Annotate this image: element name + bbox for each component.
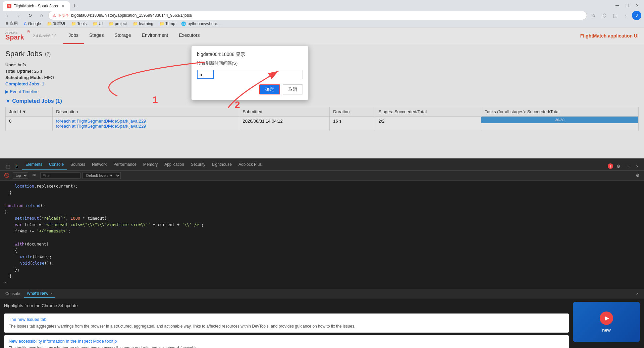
bottom-tab-console[interactable]: Console: [3, 289, 23, 298]
google-icon: G: [24, 22, 27, 26]
devtools-tab-memory[interactable]: Memory: [140, 159, 161, 170]
console-clear-icon[interactable]: 🚫: [3, 171, 11, 180]
devtools-settings-icon[interactable]: ⚙: [614, 162, 623, 170]
bottom-close-panel: ×: [633, 290, 641, 298]
youtube-card-container: new: [573, 302, 640, 348]
card-2-title[interactable]: New accessibility information in the Ins…: [9, 339, 564, 344]
bookmark-apps-label: 应用: [10, 21, 18, 26]
devtools-bottom-panel: Console What's New × × Highlights from t…: [0, 289, 644, 348]
whatsnew-close-icon[interactable]: ×: [50, 291, 52, 295]
bookmark-pythonanywhere[interactable]: 🌐 pythonanywhere...: [178, 21, 223, 27]
folder-icon-temp: 📁: [159, 21, 164, 26]
more-options-icon[interactable]: ⋮: [621, 11, 631, 20]
back-button[interactable]: ‹: [3, 11, 12, 20]
dialog-input-extra: [215, 70, 303, 79]
devtools-tab-performance[interactable]: Performance: [110, 159, 140, 170]
code-line-16: ›: [4, 280, 640, 286]
folder-icon-project: 📁: [109, 21, 114, 26]
url-bar[interactable]: ⚠ 不安全 bigdata004:18088/history/applicati…: [48, 11, 587, 20]
extensions-icon[interactable]: ⬡: [600, 11, 609, 20]
dialog-buttons: 确定 取消: [197, 84, 303, 94]
tab-title: FlightMatch - Spark Jobs: [13, 4, 58, 8]
bookmark-ui-label: UI: [99, 21, 103, 26]
close-window-button[interactable]: ×: [633, 1, 641, 9]
forward-button[interactable]: ›: [14, 11, 23, 20]
dialog-confirm-button[interactable]: 确定: [259, 84, 280, 94]
devtools-tab-network[interactable]: Network: [89, 159, 110, 170]
new-tab-button[interactable]: +: [70, 1, 79, 11]
bookmark-learning[interactable]: 📁 learning: [130, 21, 156, 27]
code-line-5: {: [4, 209, 640, 215]
folder-icon-tools: 📁: [71, 21, 76, 26]
refresh-button[interactable]: ↻: [25, 11, 35, 20]
bottom-panel-title: Highlights from the Chrome 84 update: [4, 302, 569, 311]
bookmark-star-icon[interactable]: ☆: [589, 11, 598, 20]
card-1-text: The Issues tab aggregates warnings from …: [9, 323, 564, 329]
bottom-text-content: Highlights from the Chrome 84 update The…: [4, 302, 569, 348]
code-line-15: }: [4, 273, 640, 280]
lock-icon: ⚠: [53, 13, 56, 18]
bookmark-tools[interactable]: 📁 Tools: [68, 21, 89, 27]
profile-avatar[interactable]: J: [632, 11, 641, 20]
bookmark-project[interactable]: 📁 project: [106, 21, 129, 27]
maximize-button[interactable]: □: [623, 1, 631, 9]
bookmark-jiqunui-label: 集群UI: [53, 21, 65, 26]
window-controls: ─ □ ×: [613, 1, 641, 9]
devtools-more-icon[interactable]: ⋮: [624, 162, 632, 170]
dialog-refresh-input[interactable]: [197, 70, 214, 79]
url-text: bigdata004:18088/history/application_159…: [71, 13, 583, 18]
devtools-device-icon[interactable]: 📱: [13, 162, 21, 170]
devtools-tab-adblock[interactable]: Adblock Plus: [235, 159, 265, 170]
url-security-label: 不安全: [58, 13, 69, 18]
bookmark-ui[interactable]: 📁 UI: [90, 21, 105, 27]
code-line-4: function reload(): [4, 203, 640, 209]
code-line-14: };: [4, 267, 640, 273]
highlight-card-1: The new Issues tab The Issues tab aggreg…: [4, 314, 569, 333]
minimize-button[interactable]: ─: [613, 1, 621, 9]
devtools-tab-lighthouse[interactable]: Lighthouse: [209, 159, 235, 170]
bookmark-learning-label: learning: [139, 21, 153, 26]
console-scope-select[interactable]: top: [13, 172, 28, 179]
bottom-panel-close-icon[interactable]: ×: [633, 290, 641, 298]
apps-grid-icon: ⊞: [5, 21, 8, 26]
devtools-inspect-icon[interactable]: ⬚: [4, 162, 12, 170]
dialog-cancel-button[interactable]: 取消: [283, 84, 303, 94]
code-line-6: setTimeout('reload()', 1000 * timeout);: [4, 215, 640, 222]
page-content: APACHE Spark 2.4.0-cdh6.2.0 Jobs Stages …: [0, 27, 644, 158]
toolbar-icons: ☆ ⬡ ⬚ ⋮ J: [589, 11, 641, 20]
bookmark-jiqunui[interactable]: 📁 集群UI: [44, 20, 68, 27]
devtools-tab-security[interactable]: Security: [187, 159, 209, 170]
devtools-tab-console[interactable]: Console: [46, 159, 67, 170]
highlight-card-2: New accessibility information in the Ins…: [4, 335, 569, 348]
dialog-title: bigdata004:18088 显示: [197, 52, 303, 58]
bottom-tab-whatsnew[interactable]: What's New ×: [24, 289, 55, 298]
folder-icon-ui: 📁: [93, 21, 98, 26]
bookmarks-bar: ⊞ 应用 G Google 📁 集群UI 📁 Tools 📁 UI 📁 proj…: [0, 20, 644, 27]
bottom-tabs: Console What's New × ×: [0, 289, 644, 298]
bookmark-temp[interactable]: 📁 Temp: [157, 21, 178, 27]
console-levels-select[interactable]: Default levels ▼: [83, 172, 121, 179]
code-line-11: {: [4, 248, 640, 254]
console-eye-icon[interactable]: 👁: [30, 171, 38, 180]
console-settings-icon[interactable]: ⚙: [634, 172, 641, 179]
console-filter-input[interactable]: [40, 172, 80, 179]
devtools-tab-application[interactable]: Application: [161, 159, 187, 170]
tab-close-button[interactable]: ×: [60, 3, 66, 9]
translate-icon[interactable]: ⬚: [610, 11, 620, 20]
folder-icon-learning: 📁: [133, 21, 138, 26]
devtools-close-icon[interactable]: ×: [633, 162, 641, 170]
code-line-2: }: [4, 190, 640, 196]
bookmark-temp-label: Temp: [165, 21, 175, 26]
devtools-tab-elements[interactable]: Elements: [22, 159, 46, 170]
card-1-title[interactable]: The new Issues tab: [9, 317, 564, 322]
devtools-tab-sources[interactable]: Sources: [67, 159, 89, 170]
bookmark-google[interactable]: G Google: [21, 21, 44, 27]
youtube-play-icon[interactable]: [600, 311, 613, 325]
pythonanywhere-icon: 🌐: [181, 21, 186, 26]
card-2-text: The tooltip now indicates whether an ele…: [9, 345, 564, 348]
youtube-thumbnail[interactable]: new: [573, 302, 640, 342]
bookmark-apps[interactable]: ⊞ 应用: [3, 20, 20, 27]
active-tab[interactable]: S FlightMatch - Spark Jobs ×: [3, 1, 70, 11]
address-bar: ‹ › ↻ ⌂ ⚠ 不安全 bigdata004:18088/history/a…: [0, 11, 644, 20]
home-button[interactable]: ⌂: [37, 11, 46, 20]
